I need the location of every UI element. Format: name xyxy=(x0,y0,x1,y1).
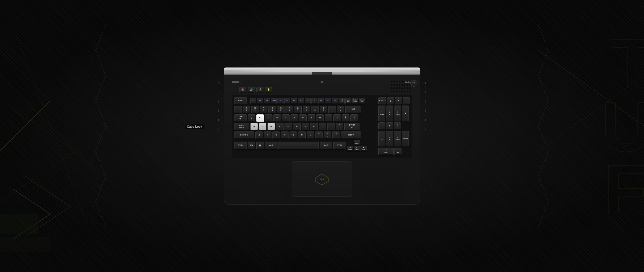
numpad-0-key[interactable]: 0Insert xyxy=(378,148,394,155)
numpad-multiply-key[interactable]: * xyxy=(395,97,402,105)
k-key[interactable]: K xyxy=(310,123,318,130)
semicolon-key[interactable]: :; xyxy=(327,123,335,130)
u-key[interactable]: U xyxy=(299,114,307,122)
0-key[interactable]: )0 xyxy=(320,106,327,113)
n-key[interactable]: N xyxy=(298,131,306,139)
f12-key[interactable]: F12 xyxy=(332,98,338,104)
prtsc-key[interactable]: Prt ScScrLk xyxy=(352,98,358,104)
6-key[interactable]: ^6 xyxy=(286,106,293,113)
m-key[interactable]: M xyxy=(307,131,314,139)
numpad-9-key[interactable]: 9PgUp xyxy=(394,106,401,122)
numpad-minus-key[interactable]: - xyxy=(403,97,410,105)
5-key[interactable]: %5 xyxy=(277,106,285,113)
fn-key[interactable]: FN xyxy=(248,142,255,149)
c-key[interactable]: C xyxy=(272,131,280,139)
up-arrow-key[interactable]: ▲PgUp xyxy=(354,140,360,145)
slash-key[interactable]: ?/ xyxy=(332,131,340,139)
t-key[interactable]: T xyxy=(282,114,290,122)
down-arrow-key[interactable]: ▼PgDn xyxy=(354,146,360,151)
tilde-key[interactable]: ~` xyxy=(234,106,242,113)
spacebar-key[interactable]: ___ xyxy=(278,142,319,149)
h-key[interactable]: H xyxy=(293,123,301,130)
del-ins-key[interactable]: DelIns xyxy=(339,98,345,104)
minus-key[interactable]: _- xyxy=(328,106,336,113)
f11-key[interactable]: F11 xyxy=(325,98,331,104)
numpad-divide-key[interactable]: / xyxy=(387,97,394,105)
2-key[interactable]: @2 xyxy=(251,106,259,113)
i-key[interactable]: I xyxy=(308,114,315,122)
numpad-6-key[interactable]: 6► xyxy=(394,122,401,130)
equals-key[interactable]: += xyxy=(337,106,344,113)
f8-key[interactable]: F8 xyxy=(305,98,311,104)
right-arrow-key[interactable]: ►End xyxy=(360,146,367,151)
f1-key[interactable]: F1 xyxy=(250,98,256,104)
o-key[interactable]: O xyxy=(316,114,324,122)
e-key[interactable]: E xyxy=(265,114,272,122)
mic-key[interactable]: 🎤 xyxy=(256,87,263,93)
7-key[interactable]: &7 xyxy=(294,106,302,113)
quote-key[interactable]: "' xyxy=(336,123,343,130)
left-shift-key[interactable]: SHIFT ⇧ xyxy=(234,131,254,139)
tab-key[interactable]: TAB↹ xyxy=(234,114,247,122)
q-key[interactable]: Q xyxy=(248,114,255,122)
f7-key[interactable]: F7 xyxy=(298,98,304,104)
f10-key[interactable]: F10 xyxy=(318,98,324,104)
numpad-dot-key[interactable]: .Del xyxy=(394,148,401,155)
period-key[interactable]: >. xyxy=(324,131,331,139)
left-ctrl-key[interactable]: CTRL xyxy=(234,142,247,149)
right-alt-key[interactable]: ALT xyxy=(320,142,332,149)
v-key[interactable]: V xyxy=(281,131,289,139)
close-bracket-key[interactable]: }] xyxy=(342,114,349,122)
caps-lock-key[interactable]: CAPSLOCK xyxy=(234,123,249,130)
numpad-3-key[interactable]: 3PgDn xyxy=(394,131,401,147)
f6-key[interactable]: F6 xyxy=(291,98,297,104)
j-key[interactable]: J xyxy=(302,123,309,130)
touchpad[interactable]: TUF xyxy=(292,161,352,197)
home-end-key[interactable]: HomeEnd xyxy=(359,98,365,104)
power-button[interactable]: ⏻ xyxy=(410,80,417,87)
f9-key[interactable]: F9 xyxy=(311,98,317,104)
y-key[interactable]: Y xyxy=(291,114,298,122)
3-key[interactable]: #3 xyxy=(260,106,267,113)
numpad-8-key[interactable]: 8▲ xyxy=(386,106,393,122)
f3-key[interactable]: F3 xyxy=(264,98,270,104)
f2-key[interactable]: F2 xyxy=(257,98,263,104)
x-key[interactable]: X xyxy=(264,131,271,139)
mute-key[interactable]: 🔇 xyxy=(239,87,246,93)
f5-key[interactable]: F5 xyxy=(284,98,290,104)
9-key[interactable]: (9 xyxy=(311,106,319,113)
numpad-4-key[interactable]: 4◄ xyxy=(378,122,385,130)
backspace-key[interactable]: ⌫ xyxy=(345,106,360,113)
l-key[interactable]: L xyxy=(319,123,326,130)
f-key[interactable]: F xyxy=(276,123,284,130)
backslash-key[interactable]: |\ xyxy=(350,114,358,122)
f4-key[interactable]: F4 xyxy=(277,98,284,104)
left-alt-key[interactable]: ALT xyxy=(265,142,277,149)
open-bracket-key[interactable]: {[ xyxy=(333,114,341,122)
windows-key[interactable]: ⊞ xyxy=(256,142,264,149)
numlock-key[interactable]: Num Lk xyxy=(378,97,386,105)
s-key[interactable]: S xyxy=(259,123,266,130)
z-key[interactable]: Z xyxy=(255,131,263,139)
left-arrow-key[interactable]: ◄Home xyxy=(347,146,353,151)
numpad-7-key[interactable]: 7Home xyxy=(378,106,385,122)
numpad-2-key[interactable]: 2▼ xyxy=(386,131,393,147)
w-key[interactable]: W xyxy=(256,114,264,122)
g-key[interactable]: G xyxy=(285,123,292,130)
numpad-5-key[interactable]: 5 xyxy=(386,122,393,130)
esc-key[interactable]: ESC xyxy=(234,97,247,105)
b-key[interactable]: B xyxy=(290,131,297,139)
a-key[interactable]: A xyxy=(250,123,258,130)
aura-key[interactable]: AURA xyxy=(271,98,277,104)
1-key[interactable]: !1 xyxy=(243,106,250,113)
p-key[interactable]: P xyxy=(325,114,332,122)
r-key[interactable]: R xyxy=(273,114,281,122)
comma-key[interactable]: <, xyxy=(315,131,323,139)
right-ctrl-key[interactable]: CTRL xyxy=(333,142,346,149)
numpad-1-key[interactable]: 1End xyxy=(378,131,385,147)
enter-key[interactable]: ENTER↵ xyxy=(344,123,359,130)
numpad-enter-key[interactable]: Enter xyxy=(402,131,409,147)
backlight-key[interactable]: 💡 xyxy=(265,87,272,93)
d-key[interactable]: D xyxy=(267,123,275,130)
numpad-plus-key[interactable]: + xyxy=(402,106,409,122)
